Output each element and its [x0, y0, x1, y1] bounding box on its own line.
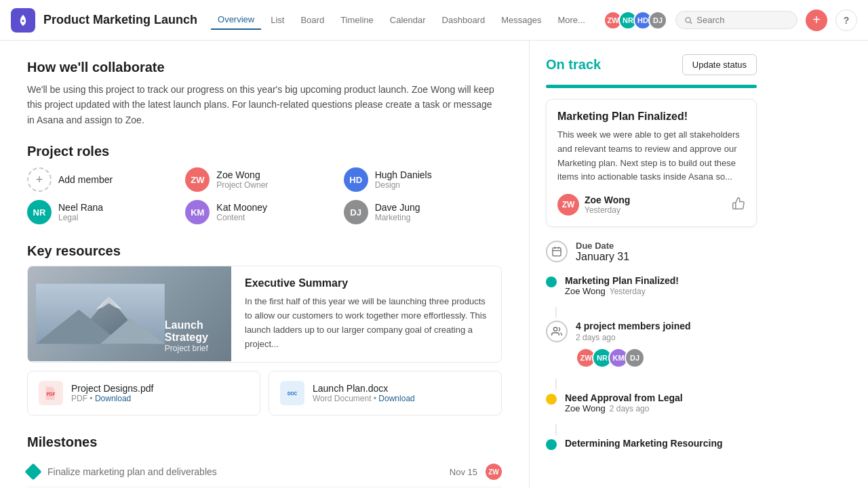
collaborate-title: How we'll collaborate	[27, 60, 502, 75]
avatar-neel: NR	[27, 200, 52, 224]
roles-title: Project roles	[27, 144, 502, 159]
svg-rect-11	[553, 248, 561, 256]
role-kat: KM Kat Mooney Content	[185, 200, 343, 224]
sidebar: On track Update status Marketing Plan Fi…	[529, 41, 773, 488]
svg-line-1	[690, 22, 692, 24]
role-zoe: ZW Zoe Wong Project Owner	[185, 167, 343, 192]
avatar-dave: DJ	[344, 200, 368, 224]
activity-item-3: Determining Marketing Resourcing	[546, 438, 757, 450]
svg-point-15	[553, 327, 557, 331]
file-pdf[interactable]: PDF Project Designs.pdf PDF • Download	[27, 371, 260, 415]
milestone-text: Finalize marketing plan and deliverables	[47, 466, 441, 477]
resource-img-text: Launch Strategy Project brief	[165, 319, 223, 353]
activity-item-0: Marketing Plan Finalized! Zoe Wong Yeste…	[546, 275, 757, 296]
tab-timeline[interactable]: Timeline	[334, 11, 380, 29]
avatar-hugh: HD	[344, 167, 368, 192]
status-card-text: This week we were able to get all stakeh…	[557, 128, 745, 184]
top-bar-right: ZW NR HD DJ + ?	[608, 9, 857, 31]
add-member-item[interactable]: + Add member	[27, 167, 185, 192]
tab-overview[interactable]: Overview	[211, 10, 261, 30]
due-date-label: Due Date	[576, 241, 629, 251]
tab-dashboard[interactable]: Dashboard	[435, 11, 492, 29]
activity-content-2: Need Approval from Legal Zoe Wong 2 days…	[565, 392, 757, 413]
tab-messages[interactable]: Messages	[494, 11, 548, 29]
mountain-svg	[36, 274, 165, 353]
tab-board[interactable]: Board	[294, 11, 331, 29]
milestones-title: Milestones	[27, 434, 502, 450]
resource-content-desc: In the first half of this year we will b…	[245, 295, 488, 351]
status-card-footer: ZW Zoe Wong Yesterday	[557, 194, 745, 216]
project-title: Product Marketing Launch	[43, 13, 197, 27]
status-card-title: Marketing Plan Finalized!	[557, 110, 745, 123]
collaborate-section: How we'll collaborate We'll be using thi…	[27, 60, 502, 127]
tab-more[interactable]: More...	[551, 11, 591, 29]
like-button[interactable]	[732, 197, 745, 213]
svg-text:PDF: PDF	[47, 392, 56, 396]
activity-meta-2: Zoe Wong 2 days ago	[565, 403, 757, 413]
svg-text:DOC: DOC	[288, 391, 298, 396]
add-button[interactable]: +	[806, 9, 827, 31]
status-card-avatar: ZW	[557, 194, 579, 216]
activity-dot-2	[546, 394, 557, 405]
add-member-button[interactable]: +	[27, 167, 52, 192]
resource-image: Launch Strategy Project brief	[28, 266, 231, 361]
activity-title-0: Marketing Plan Finalized!	[565, 275, 757, 286]
doc-icon: DOC	[280, 381, 304, 405]
joined-avatar-4: DJ	[625, 348, 645, 368]
top-bar: Product Marketing Launch Overview List B…	[0, 0, 868, 41]
collaborate-desc: We'll be using this project to track our…	[27, 82, 502, 127]
pdf-name: Project Designs.pdf	[71, 383, 153, 394]
role-hugh: HD Hugh Daniels Design	[344, 167, 502, 192]
role-dept-zoe: Project Owner	[216, 180, 268, 190]
tab-calendar[interactable]: Calendar	[383, 11, 433, 29]
update-status-button[interactable]: Update status	[682, 54, 757, 75]
help-button[interactable]: ?	[835, 9, 857, 31]
milestone-icon	[24, 464, 41, 481]
file-doc[interactable]: DOC Launch Plan.docx Word Document • Dow…	[269, 371, 502, 415]
activity-content-1: 4 project members joined 2 days ago ZW N…	[576, 321, 757, 368]
roles-section: Project roles + Add member ZW Zoe Wong P…	[27, 144, 502, 224]
status-card: Marketing Plan Finalized! This week we w…	[546, 99, 757, 227]
activity-item-1: 4 project members joined 2 days ago ZW N…	[546, 321, 757, 368]
search-icon	[684, 16, 692, 25]
activity-author-2: Zoe Wong	[565, 403, 606, 413]
status-label: On track	[546, 57, 601, 73]
calendar-svg	[551, 246, 562, 257]
activity-time-2: 2 days ago	[610, 404, 650, 413]
resource-img-title: Launch Strategy	[165, 319, 223, 344]
milestone-avatar: ZW	[486, 464, 502, 480]
avatar-kat: KM	[185, 200, 210, 224]
search-input[interactable]	[696, 15, 789, 25]
resource-card-launch[interactable]: Launch Strategy Project brief Executive …	[27, 266, 502, 363]
roles-grid: + Add member ZW Zoe Wong Project Owner H…	[27, 167, 502, 224]
due-date-row: Due Date January 31	[546, 241, 757, 263]
avatar-4: DJ	[648, 11, 667, 30]
pdf-icon: PDF	[39, 381, 63, 405]
resource-img-subtitle: Project brief	[165, 344, 223, 353]
activity-title-2: Need Approval from Legal	[565, 392, 757, 403]
activity-meta-0: Zoe Wong Yesterday	[565, 286, 757, 296]
activity-content-3: Determining Marketing Resourcing	[565, 438, 757, 449]
page-layout: How we'll collaborate We'll be using thi…	[0, 41, 868, 488]
activity-time-1: 2 days ago	[576, 333, 757, 342]
search-bar[interactable]	[675, 11, 797, 29]
nav-tabs: Overview List Board Timeline Calendar Da…	[211, 10, 592, 30]
activity-time-0: Yesterday	[610, 287, 646, 296]
role-neel: NR Neel Rana Legal	[27, 200, 185, 224]
activity-dot-3	[546, 439, 557, 450]
activity-dot-0	[546, 277, 557, 287]
role-dept-neel: Legal	[58, 213, 103, 222]
people-icon	[551, 326, 562, 337]
role-name-neel: Neel Rana	[58, 202, 103, 213]
tab-list[interactable]: List	[264, 11, 291, 29]
role-name-dave: Dave Jung	[375, 202, 420, 213]
role-dept-hugh: Design	[375, 180, 432, 190]
add-member-label: Add member	[58, 174, 113, 185]
milestone-item: Finalize marketing plan and deliverables…	[27, 457, 502, 487]
avatar-zoe: ZW	[185, 167, 210, 192]
role-name-hugh: Hugh Daniels	[375, 169, 432, 180]
resource-content: Executive Summary In the first half of t…	[231, 266, 501, 362]
role-dept-dave: Marketing	[375, 213, 420, 222]
status-card-user: ZW Zoe Wong Yesterday	[557, 194, 630, 216]
activity-title-3: Determining Marketing Resourcing	[565, 438, 757, 449]
